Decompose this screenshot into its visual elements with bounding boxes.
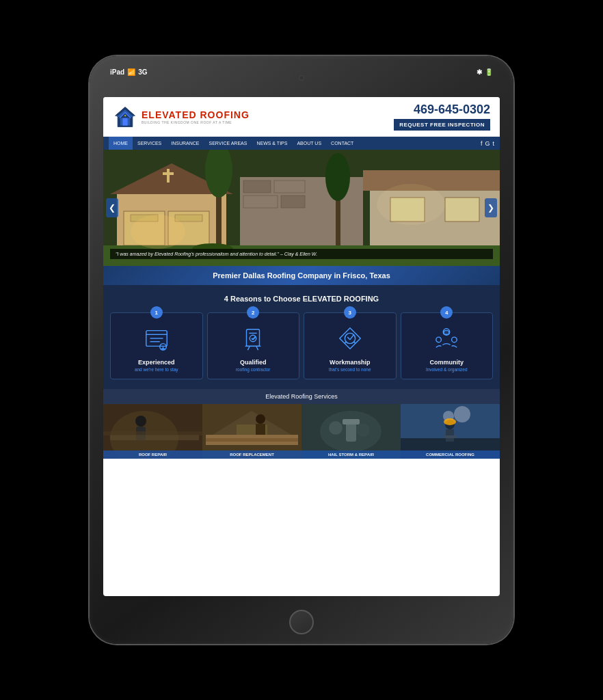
svg-point-60 xyxy=(135,416,146,427)
reason-card-workmanship: 3 Workmanship that xyxy=(304,312,397,379)
svg-text:✦: ✦ xyxy=(124,113,126,118)
services-section: Elevated Roofing Services xyxy=(103,389,500,459)
premier-banner: Premier Dallas Roofing Company in Frisco… xyxy=(103,266,500,285)
svg-rect-57 xyxy=(444,331,449,335)
service-commercial[interactable]: Commercial Roofing xyxy=(401,404,500,459)
reasons-prefix: 4 Reasons to Choose xyxy=(224,295,301,303)
svg-rect-17 xyxy=(281,196,305,208)
svg-line-52 xyxy=(345,341,346,344)
reasons-grid: 1 Experienced xyxy=(110,312,493,379)
svg-point-68 xyxy=(256,414,265,424)
network-label: 3G xyxy=(138,68,147,76)
svg-rect-30 xyxy=(163,172,174,175)
hero: ❮ ❯ "I was amazed by Elevated Roofing's … xyxy=(103,150,500,266)
svg-rect-4 xyxy=(122,118,127,125)
svg-point-76 xyxy=(356,423,370,437)
reason-num-2: 2 xyxy=(247,306,259,319)
header-right: 469-645-0302 REQUEST FREE INSPECTION xyxy=(394,103,490,131)
nav-insurance[interactable]: INSURANCE xyxy=(166,137,204,150)
svg-rect-63 xyxy=(103,431,202,435)
svg-marker-48 xyxy=(340,328,360,349)
ipad-frame: iPad 📶 3G ✱ 🔋 ✦ xyxy=(90,56,513,644)
service-label-commercial: Commercial Roofing xyxy=(401,450,500,459)
hero-next-button[interactable]: ❯ xyxy=(485,198,497,217)
logo-icon: ✦ xyxy=(113,105,137,129)
home-button[interactable] xyxy=(289,610,314,634)
reasons-title: 4 Reasons to Choose ELEVATED ROOFING xyxy=(110,295,493,303)
wifi-icon: 📶 xyxy=(127,68,135,76)
svg-rect-16 xyxy=(243,196,278,208)
svg-line-51 xyxy=(350,334,354,340)
hero-prev-button[interactable]: ❮ xyxy=(106,198,118,217)
svg-point-55 xyxy=(436,337,442,342)
svg-line-53 xyxy=(353,341,355,344)
reason-sub-workmanship: that's second to none xyxy=(308,367,392,372)
reason-card-community: 4 Community xyxy=(401,312,494,379)
svg-rect-29 xyxy=(167,169,170,183)
reason-card-qualified: 2 xyxy=(207,312,300,379)
service-label-roof-repair: Roof Repair xyxy=(103,450,202,459)
reasons-brand: ELEVATED ROOFING xyxy=(303,295,379,303)
svg-rect-72 xyxy=(206,442,298,445)
service-label-roof-replacement: Roof Replacement xyxy=(202,450,302,459)
svg-line-46 xyxy=(248,346,250,350)
social-facebook[interactable]: f xyxy=(481,140,483,147)
svg-line-44 xyxy=(253,336,256,340)
logo-area: ✦ ELEVATED ROOFING BUILDING THE KINGDOM … xyxy=(113,105,250,129)
reason-title-workmanship: Workmanship xyxy=(308,359,392,366)
website: ✦ ELEVATED ROOFING BUILDING THE KINGDOM … xyxy=(103,97,500,596)
svg-rect-85 xyxy=(444,435,457,438)
logo-name: ELEVATED ROOFING xyxy=(142,109,250,120)
reason-icon-qualified xyxy=(212,325,295,355)
svg-rect-69 xyxy=(256,424,265,436)
reason-num-3: 3 xyxy=(344,306,356,319)
svg-point-42 xyxy=(250,335,257,342)
nav-news-tips[interactable]: NEWS & TIPS xyxy=(252,137,292,150)
site-header: ✦ ELEVATED ROOFING BUILDING THE KINGDOM … xyxy=(103,97,500,137)
svg-point-31 xyxy=(131,215,185,249)
svg-rect-25 xyxy=(445,198,479,221)
reason-card-experienced: 1 Experienced xyxy=(110,312,203,379)
social-twitter[interactable]: t xyxy=(492,140,494,147)
status-bar: iPad 📶 3G ✱ 🔋 xyxy=(110,68,493,76)
nav-services[interactable]: SERVICES xyxy=(133,137,166,150)
svg-line-50 xyxy=(347,337,350,340)
service-roof-replacement[interactable]: Roof Replacement xyxy=(202,404,302,459)
social-google[interactable]: G xyxy=(485,140,490,147)
phone-number: 469-645-0302 xyxy=(394,103,490,117)
hero-quote: "I was amazed by Elevated Roofing's prof… xyxy=(110,249,493,259)
nav-about-us[interactable]: ABOUT US xyxy=(292,137,326,150)
logo-text-block: ELEVATED ROOFING BUILDING THE KINGDOM ON… xyxy=(142,109,250,124)
svg-rect-12 xyxy=(175,215,202,221)
premier-text: Premier Dallas Roofing Company in Frisco… xyxy=(213,271,390,280)
svg-rect-62 xyxy=(110,435,199,440)
svg-rect-23 xyxy=(363,170,500,191)
reason-num-1: 1 xyxy=(150,306,163,319)
svg-point-86 xyxy=(444,418,456,425)
svg-point-75 xyxy=(329,421,343,435)
services-title: Elevated Roofing Services xyxy=(103,389,500,404)
nav-social: f G t xyxy=(481,140,494,147)
bluetooth-icon: ✱ xyxy=(477,68,482,76)
services-grid: Roof Repair xyxy=(103,404,500,459)
reason-icon-workmanship xyxy=(308,325,392,355)
nav-home[interactable]: HOME xyxy=(109,137,133,150)
svg-rect-40 xyxy=(247,329,260,347)
reason-title-experienced: Experienced xyxy=(115,359,198,366)
service-hail-storm[interactable]: Hail Storm & Repair xyxy=(302,404,401,459)
nav-service-areas[interactable]: SERVICE AREAS xyxy=(204,137,252,150)
reason-sub-experienced: and we're here to stay xyxy=(115,367,198,372)
svg-rect-70 xyxy=(206,435,298,438)
reason-icon-experienced xyxy=(115,325,198,355)
svg-point-56 xyxy=(452,337,457,342)
reason-sub-qualified: roofing contractor xyxy=(212,367,295,372)
service-roof-repair[interactable]: Roof Repair xyxy=(103,404,202,459)
site-nav: HOME SERVICES INSURANCE SERVICE AREAS NE… xyxy=(103,137,500,150)
reasons-section: 4 Reasons to Choose ELEVATED ROOFING 1 xyxy=(103,285,500,389)
request-inspection-button[interactable]: REQUEST FREE INSPECTION xyxy=(394,119,490,131)
reason-num-4: 4 xyxy=(440,306,453,319)
reason-icon-community xyxy=(405,325,489,355)
nav-contact[interactable]: CONTACT xyxy=(326,137,358,150)
reason-title-qualified: Qualified xyxy=(212,359,295,366)
svg-point-32 xyxy=(377,184,445,225)
